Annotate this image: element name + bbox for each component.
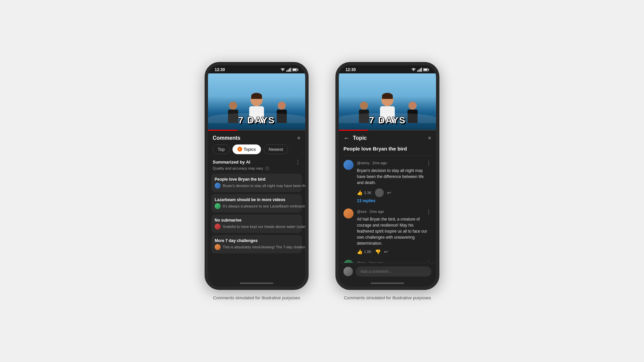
svg-rect-10 (419, 69, 420, 72)
video-overlay-text-left: 7 DAYS (238, 115, 275, 126)
topic-card-1-text: Bryan's decision to stay all night may h… (223, 184, 305, 188)
topic-card-4[interactable]: More 7 day challenges This is absolutely… (211, 235, 302, 253)
video-thumbnail-right[interactable]: 7 DAYS (339, 73, 436, 130)
add-comment-bar (339, 263, 436, 280)
reply-icon-1: ↩ (387, 190, 391, 195)
wifi-icon-right (411, 68, 416, 72)
ai-summary-title: Summarized by AI (213, 160, 250, 165)
topic-card-4-text: This is absolutely mind-blowing! The 7-d… (223, 245, 305, 249)
video-progress-right (339, 130, 436, 131)
comment-item-3: @joe · 2mo ago ⋮ (343, 260, 431, 263)
topic-card-3-text: Grateful to have kept our heads above wa… (223, 225, 305, 229)
svg-rect-15 (429, 69, 429, 70)
status-bar-left: 12:30 (208, 65, 305, 73)
topic-avatar-3 (215, 224, 221, 230)
like-button-1[interactable]: 👍 3.3K (357, 190, 372, 195)
info-icon: ⓘ (265, 166, 269, 170)
topic-avatar-4 (215, 244, 221, 250)
wifi-icon (280, 68, 285, 72)
status-bar-right: 12:30 (339, 65, 436, 73)
reply-icon-button-1[interactable]: ↩ (387, 190, 391, 195)
topic-detail-header: ← Topic × (339, 131, 436, 144)
svg-rect-6 (293, 69, 297, 70)
like-count-1: 3.3K (364, 191, 372, 195)
right-phone: 12:30 (335, 62, 439, 290)
filter-tabs: Top ✦ Topics Newest (208, 144, 305, 158)
comment-3-more[interactable]: ⋮ (426, 260, 431, 263)
tab-newest[interactable]: Newest (264, 144, 288, 154)
video-overlay-text-right: 7 DAYS (369, 115, 406, 126)
topic-card-3-title: No submarine (215, 218, 305, 223)
topic-card-1[interactable]: People love Bryan the bird Bryan's decis… (211, 174, 302, 192)
topic-card-2[interactable]: Lazarbeam should be in more videos It's … (211, 194, 302, 213)
topic-card-1-title: People love Bryan the bird (215, 177, 305, 182)
signal-icon (286, 68, 291, 72)
dislike-button-2[interactable]: 👎 (375, 249, 381, 254)
comment-avatar-1 (343, 160, 354, 170)
comment-2-text: All hail Bryan the bird, a creature of c… (357, 216, 431, 246)
thumbs-up-icon-1: 👍 (357, 190, 363, 195)
left-phone-caption: Comments simulated for illustrative purp… (213, 295, 300, 300)
comments-close-button[interactable]: × (297, 135, 301, 142)
topic-card-3[interactable]: No submarine Grateful to have kept our h… (211, 215, 302, 233)
battery-icon-right (423, 68, 429, 71)
topic-detail-title: Topic (353, 135, 367, 141)
left-phone-wrapper: 12:30 (205, 62, 309, 300)
ai-summary-subtitle: Quality and accuracy may vary ⓘ (208, 166, 305, 174)
tab-top[interactable]: Top (213, 144, 230, 154)
comment-1-actions: 👍 3.3K ↩ (357, 188, 431, 197)
thumbs-down-icon-2: 👎 (375, 249, 381, 254)
status-icons-right (411, 68, 429, 72)
svg-rect-4 (290, 68, 291, 72)
comments-panel-left: Comments × Top ✦ Topics Newest Summarize… (208, 131, 305, 287)
home-indicator-left (208, 280, 305, 287)
add-comment-input[interactable] (356, 266, 431, 277)
comment-item-2: @eze · 2mo ago ⋮ All hail Bryan the bird… (343, 208, 431, 254)
topic-card-2-text: It's always a pleasure to see LazarBeam … (223, 204, 305, 208)
svg-rect-11 (420, 68, 421, 72)
comment-3-user: @joe · 2mo ago (357, 261, 383, 263)
signal-icon-right (417, 68, 422, 72)
user-avatar-input (343, 267, 353, 276)
svg-rect-9 (417, 70, 418, 72)
topic-avatar-2 (215, 203, 221, 209)
comment-2-actions: 👍 1.8K 👎 ↩ (357, 249, 431, 254)
comment-item-1: @semy · 2mo ago ⋮ Bryan's decision to st… (343, 160, 431, 203)
comment-1-user: @semy · 2mo ago (357, 161, 387, 165)
dislike-spinner-1[interactable] (375, 188, 384, 197)
comment-2-more[interactable]: ⋮ (426, 208, 431, 215)
status-time-left: 12:30 (215, 67, 225, 72)
reply-icon-button-2[interactable]: ↩ (384, 249, 388, 254)
back-button[interactable]: ← (343, 135, 350, 142)
video-thumbnail-left[interactable]: 7 DAYS (208, 73, 305, 130)
svg-rect-1 (286, 70, 287, 72)
home-indicator-right (339, 280, 436, 287)
comments-header-left: Comments × (208, 131, 305, 144)
topic-close-button[interactable]: × (428, 135, 431, 142)
status-time-right: 12:30 (345, 67, 356, 72)
topic-avatar-1 (215, 183, 221, 189)
comment-2-user: @eze · 2mo ago (357, 209, 384, 214)
comment-avatar-3 (343, 260, 354, 263)
thumbs-up-icon-2: 👍 (357, 249, 363, 254)
comment-1-more[interactable]: ⋮ (426, 160, 431, 166)
svg-rect-7 (298, 69, 299, 70)
comments-title: Comments (213, 135, 240, 141)
replies-link-1[interactable]: 13 replies (357, 198, 431, 203)
comment-avatar-2 (343, 208, 354, 219)
svg-rect-12 (421, 68, 422, 72)
topic-card-2-title: Lazarbeam should be in more videos (215, 197, 305, 202)
video-progress-left (208, 130, 305, 131)
svg-rect-3 (289, 68, 290, 72)
topics-icon: ✦ (237, 147, 242, 152)
ai-summary-header: Summarized by AI ⋮ (208, 158, 305, 166)
ai-summary-more-icon[interactable]: ⋮ (295, 159, 301, 165)
svg-marker-8 (413, 69, 414, 71)
status-icons-left (280, 68, 299, 72)
right-phone-wrapper: 12:30 (335, 62, 439, 300)
svg-rect-2 (288, 69, 289, 72)
like-button-2[interactable]: 👍 1.8K (357, 249, 372, 254)
tab-topics[interactable]: ✦ Topics (232, 144, 261, 154)
topic-comments-list: @semy · 2mo ago ⋮ Bryan's decision to st… (339, 156, 436, 263)
left-phone: 12:30 (205, 62, 309, 290)
